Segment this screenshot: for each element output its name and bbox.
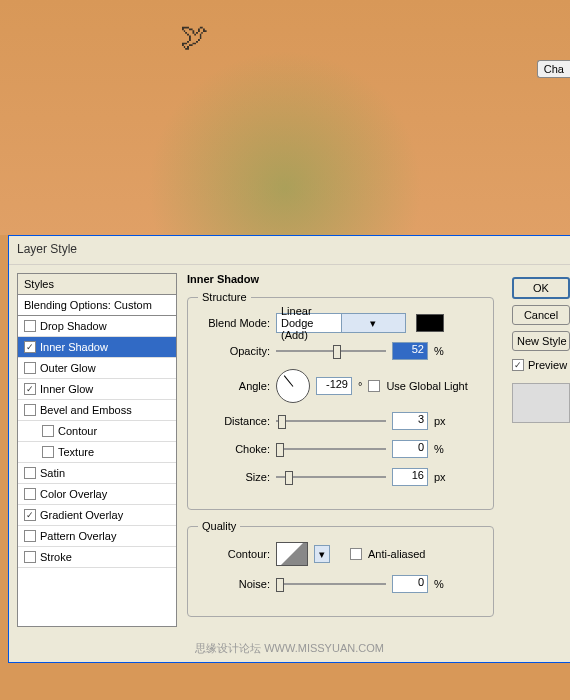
unit-label: px: [434, 471, 452, 483]
canvas-preview: 🕊 Cha: [0, 0, 570, 235]
style-texture[interactable]: Texture: [18, 442, 176, 463]
distance-slider[interactable]: [276, 411, 386, 431]
style-inner-shadow[interactable]: Inner Shadow: [18, 337, 176, 358]
global-light-label: Use Global Light: [386, 380, 467, 392]
styles-header[interactable]: Styles: [18, 274, 176, 295]
checkbox-icon[interactable]: [24, 362, 36, 374]
antialiased-label: Anti-aliased: [368, 548, 425, 560]
blend-mode-label: Blend Mode:: [198, 317, 270, 329]
style-label: Drop Shadow: [40, 320, 107, 332]
checkbox-icon[interactable]: [24, 404, 36, 416]
global-light-checkbox[interactable]: [368, 380, 380, 392]
style-label: Texture: [58, 446, 94, 458]
quality-legend: Quality: [198, 520, 240, 532]
style-label: Bevel and Emboss: [40, 404, 132, 416]
style-outer-glow[interactable]: Outer Glow: [18, 358, 176, 379]
bird-icon: 🕊: [180, 20, 208, 53]
channel-button[interactable]: Cha: [537, 60, 570, 78]
opacity-slider[interactable]: [276, 341, 386, 361]
choke-label: Choke:: [198, 443, 270, 455]
cancel-button[interactable]: Cancel: [512, 305, 570, 325]
noise-slider[interactable]: [276, 574, 386, 594]
noise-label: Noise:: [198, 578, 270, 590]
angle-input[interactable]: -129: [316, 377, 352, 395]
blend-mode-value: Linear Dodge (Add): [277, 305, 341, 341]
new-style-button[interactable]: New Style: [512, 331, 570, 351]
checkbox-icon[interactable]: [42, 446, 54, 458]
choke-slider[interactable]: [276, 439, 386, 459]
opacity-input[interactable]: 52: [392, 342, 428, 360]
dialog-actions: OK Cancel New Style Preview: [512, 273, 570, 627]
blending-options-row[interactable]: Blending Options: Custom: [18, 295, 176, 316]
watermark: 思缘设计论坛 WWW.MISSYUAN.COM: [9, 635, 570, 662]
distance-label: Distance:: [198, 415, 270, 427]
ok-button[interactable]: OK: [512, 277, 570, 299]
style-label: Stroke: [40, 551, 72, 563]
contour-picker[interactable]: [276, 542, 308, 566]
unit-label: %: [434, 578, 452, 590]
preview-swatch: [512, 383, 570, 423]
blend-mode-dropdown[interactable]: Linear Dodge (Add) ▾: [276, 313, 406, 333]
layer-style-dialog: Layer Style Styles Blending Options: Cus…: [8, 235, 570, 663]
unit-label: %: [434, 345, 452, 357]
size-input[interactable]: 16: [392, 468, 428, 486]
checkbox-icon[interactable]: [24, 509, 36, 521]
size-slider[interactable]: [276, 467, 386, 487]
size-label: Size:: [198, 471, 270, 483]
panel-title: Inner Shadow: [187, 273, 494, 285]
angle-label: Angle:: [198, 380, 270, 392]
checkbox-icon[interactable]: [24, 551, 36, 563]
style-label: Color Overlay: [40, 488, 107, 500]
style-satin[interactable]: Satin: [18, 463, 176, 484]
structure-legend: Structure: [198, 291, 251, 303]
style-gradient-overlay[interactable]: Gradient Overlay: [18, 505, 176, 526]
chevron-down-icon: ▾: [341, 314, 406, 332]
style-drop-shadow[interactable]: Drop Shadow: [18, 316, 176, 337]
checkbox-icon[interactable]: [24, 320, 36, 332]
choke-input[interactable]: 0: [392, 440, 428, 458]
style-label: Pattern Overlay: [40, 530, 116, 542]
checkbox-icon[interactable]: [24, 383, 36, 395]
distance-input[interactable]: 3: [392, 412, 428, 430]
checkbox-icon[interactable]: [42, 425, 54, 437]
checkbox-icon[interactable]: [24, 530, 36, 542]
style-color-overlay[interactable]: Color Overlay: [18, 484, 176, 505]
quality-group: Quality Contour: ▾ Anti-aliased Noise: 0…: [187, 520, 494, 617]
angle-dial[interactable]: [276, 369, 310, 403]
checkbox-icon[interactable]: [24, 341, 36, 353]
styles-list: Styles Blending Options: Custom Drop Sha…: [17, 273, 177, 627]
unit-label: px: [434, 415, 452, 427]
preview-label: Preview: [528, 359, 567, 371]
unit-label: °: [358, 380, 362, 392]
checkbox-icon[interactable]: [24, 467, 36, 479]
style-contour[interactable]: Contour: [18, 421, 176, 442]
chevron-down-icon[interactable]: ▾: [314, 545, 330, 563]
style-bevel-emboss[interactable]: Bevel and Emboss: [18, 400, 176, 421]
settings-panel: Inner Shadow Structure Blend Mode: Linea…: [187, 273, 502, 627]
style-label: Gradient Overlay: [40, 509, 123, 521]
preview-checkbox[interactable]: [512, 359, 524, 371]
unit-label: %: [434, 443, 452, 455]
structure-group: Structure Blend Mode: Linear Dodge (Add)…: [187, 291, 494, 510]
style-stroke[interactable]: Stroke: [18, 547, 176, 568]
style-label: Inner Shadow: [40, 341, 108, 353]
style-inner-glow[interactable]: Inner Glow: [18, 379, 176, 400]
opacity-label: Opacity:: [198, 345, 270, 357]
noise-input[interactable]: 0: [392, 575, 428, 593]
checkbox-icon[interactable]: [24, 488, 36, 500]
contour-label: Contour:: [198, 548, 270, 560]
antialiased-checkbox[interactable]: [350, 548, 362, 560]
color-swatch[interactable]: [416, 314, 444, 332]
style-label: Outer Glow: [40, 362, 96, 374]
style-label: Satin: [40, 467, 65, 479]
style-label: Contour: [58, 425, 97, 437]
style-pattern-overlay[interactable]: Pattern Overlay: [18, 526, 176, 547]
style-label: Inner Glow: [40, 383, 93, 395]
dialog-title: Layer Style: [9, 236, 570, 265]
